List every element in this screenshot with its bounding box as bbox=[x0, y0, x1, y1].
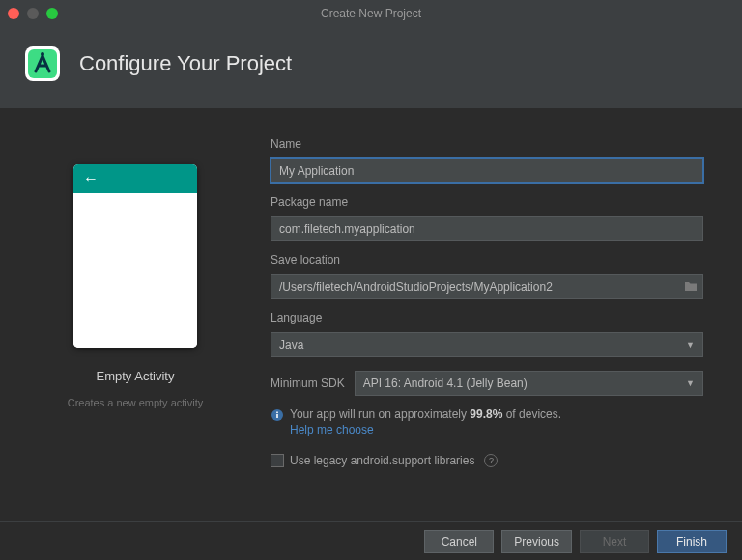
help-icon[interactable]: ? bbox=[484, 454, 498, 467]
template-description: Creates a new empty activity bbox=[68, 397, 204, 408]
save-location-input[interactable] bbox=[271, 274, 703, 299]
wizard-footer: Cancel Previous Next Finish bbox=[0, 521, 742, 560]
minimum-sdk-value: API 16: Android 4.1 (Jelly Bean) bbox=[363, 377, 528, 390]
package-name-label: Package name bbox=[271, 195, 703, 209]
language-value: Java bbox=[279, 338, 303, 351]
chevron-down-icon: ▼ bbox=[686, 378, 695, 388]
window-controls bbox=[8, 8, 58, 19]
window-title: Create New Project bbox=[0, 7, 742, 20]
minimize-window-button[interactable] bbox=[27, 8, 39, 19]
form: Name Package name Save location Language… bbox=[271, 129, 703, 467]
legacy-libraries-label: Use legacy android.support libraries bbox=[290, 454, 474, 467]
close-window-button[interactable] bbox=[8, 8, 19, 19]
phone-mockup: ← bbox=[73, 164, 197, 348]
legacy-libraries-checkbox[interactable] bbox=[271, 454, 284, 467]
device-coverage-info: Your app will run on approximately 99.8%… bbox=[271, 407, 703, 436]
svg-rect-5 bbox=[276, 412, 278, 414]
zoom-window-button[interactable] bbox=[46, 8, 58, 19]
template-preview: ← Empty Activity Creates a new empty act… bbox=[39, 129, 232, 467]
next-button: Next bbox=[580, 530, 649, 553]
language-label: Language bbox=[271, 311, 703, 324]
name-label: Name bbox=[271, 137, 703, 151]
back-arrow-icon: ← bbox=[83, 170, 99, 187]
template-name: Empty Activity bbox=[97, 369, 175, 383]
info-icon bbox=[271, 408, 284, 422]
package-name-input[interactable] bbox=[271, 216, 703, 241]
coverage-text-suffix: of devices. bbox=[502, 407, 561, 421]
finish-button[interactable]: Finish bbox=[657, 530, 727, 553]
cancel-button[interactable]: Cancel bbox=[424, 530, 494, 553]
save-location-label: Save location bbox=[271, 253, 703, 266]
help-me-choose-link[interactable]: Help me choose bbox=[290, 423, 703, 436]
minimum-sdk-select[interactable]: API 16: Android 4.1 (Jelly Bean) ▼ bbox=[355, 371, 703, 396]
android-studio-icon bbox=[21, 42, 64, 85]
wizard-body: ← Empty Activity Creates a new empty act… bbox=[0, 108, 742, 467]
phone-screen bbox=[73, 193, 197, 348]
name-input[interactable] bbox=[271, 158, 703, 183]
phone-appbar: ← bbox=[73, 164, 197, 193]
language-select[interactable]: Java ▼ bbox=[271, 332, 703, 357]
minimum-sdk-label: Minimum SDK bbox=[271, 377, 345, 390]
coverage-percent: 99.8% bbox=[470, 407, 502, 421]
browse-folder-icon[interactable] bbox=[684, 280, 698, 294]
previous-button[interactable]: Previous bbox=[501, 530, 572, 553]
svg-point-2 bbox=[41, 52, 44, 56]
coverage-text-prefix: Your app will run on approximately bbox=[290, 407, 470, 421]
titlebar: Create New Project bbox=[0, 0, 742, 27]
page-title: Configure Your Project bbox=[79, 51, 292, 76]
svg-rect-4 bbox=[276, 414, 278, 418]
chevron-down-icon: ▼ bbox=[686, 340, 695, 350]
wizard-header: Configure Your Project bbox=[0, 27, 742, 108]
